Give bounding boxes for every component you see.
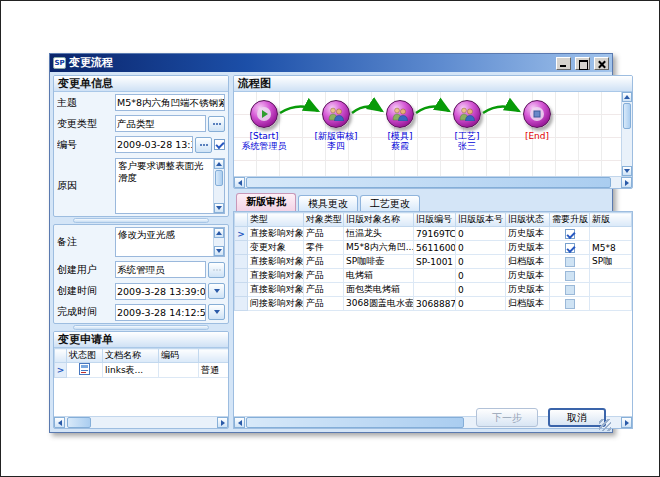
grid-cell[interactable]: 历史版本 — [506, 241, 550, 255]
grid-cell[interactable]: 变更对象 — [248, 241, 304, 255]
change-type-browse-button[interactable] — [208, 116, 225, 132]
grid-column-header[interactable]: 旧版编号 — [414, 213, 456, 227]
subject-input[interactable]: M5*8内六角凹端不锈钢紧固螺钉 — [115, 94, 225, 111]
maximize-button[interactable] — [575, 57, 590, 70]
scroll-right-icon[interactable] — [217, 417, 228, 428]
table-row[interactable]: 间接影响对象产品3068圆盖电水壶30688870归档版本 — [235, 297, 632, 311]
grid-cell[interactable]: 3068圆盖电水壶 — [344, 297, 414, 311]
grid-cell[interactable]: 0 — [456, 283, 506, 297]
grid-cell[interactable]: 历史版本 — [506, 269, 550, 283]
grid-cell[interactable] — [550, 255, 590, 269]
grid-cell[interactable]: SP咖啡壶 — [344, 255, 414, 269]
upgrade-checkbox[interactable] — [565, 243, 575, 253]
number-browse-button[interactable] — [195, 137, 212, 153]
request-cell[interactable]: links表... — [103, 363, 159, 378]
table-row[interactable]: >直接影响对象产品恒温龙头79169TC0历史版本 — [235, 227, 632, 241]
reason-textarea[interactable]: 客户要求调整表面光滑度 — [115, 158, 225, 214]
remark-textarea[interactable]: 修改为亚光感 — [115, 227, 225, 257]
close-button[interactable] — [594, 57, 609, 70]
grid-cell[interactable] — [590, 297, 632, 311]
scroll-thumb[interactable] — [623, 103, 631, 129]
grid-cell[interactable]: 直接影响对象 — [248, 269, 304, 283]
grid-cell[interactable]: SP咖 — [590, 255, 632, 269]
flow-node-start[interactable] — [250, 100, 278, 128]
request-column-header[interactable]: 编码 — [159, 349, 199, 363]
scroll-left-icon[interactable] — [234, 177, 245, 188]
horizontal-splitter[interactable] — [73, 325, 209, 330]
table-row[interactable]: 直接影响对象产品电烤箱0历史版本 — [235, 269, 632, 283]
create-time-dropdown-icon[interactable] — [208, 283, 225, 299]
grid-cell[interactable]: 归档版本 — [506, 297, 550, 311]
upgrade-checkbox[interactable] — [565, 257, 575, 267]
tab-1[interactable]: 新版审批 — [236, 193, 296, 211]
title-bar[interactable]: SP 变更流程 — [50, 54, 612, 72]
grid-column-header[interactable]: 旧版状态 — [506, 213, 550, 227]
create-time-input[interactable]: 2009-3-28 13:39:01 — [115, 283, 206, 300]
grid-cell[interactable]: 产品 — [304, 255, 344, 269]
grid-cell[interactable]: 产品 — [304, 269, 344, 283]
grid-cell[interactable]: 0 — [456, 297, 506, 311]
grid-cell[interactable]: 直接影响对象 — [248, 227, 304, 241]
grid-cell[interactable]: 3068887 — [414, 297, 456, 311]
table-row[interactable]: 变更对象零件M5*8内六角凹...56116000历史版本M5*8 — [235, 241, 632, 255]
table-row[interactable]: >links表...普通 — [55, 363, 229, 378]
table-row[interactable]: 直接影响对象产品SP咖啡壶SP-10010归档版本SP咖 — [235, 255, 632, 269]
grid-column-header[interactable]: 对象类型 — [304, 213, 344, 227]
upgrade-checkbox[interactable] — [565, 299, 575, 309]
request-column-header[interactable]: 文档名称 — [103, 349, 159, 363]
grid-cell[interactable]: 历史版本 — [506, 283, 550, 297]
tab-2[interactable]: 模具更改 — [298, 195, 358, 211]
tab-3[interactable]: 工艺更改 — [360, 195, 420, 211]
flow-node-task-1[interactable] — [322, 100, 350, 128]
scroll-left-icon[interactable] — [234, 417, 245, 428]
number-input[interactable]: 2009-03-28 13:39:01 — [115, 136, 193, 153]
grid-cell[interactable] — [550, 269, 590, 283]
grid-cell[interactable]: 面包类电烤箱 — [344, 283, 414, 297]
finish-time-dropdown-icon[interactable] — [208, 304, 225, 320]
flow-hscrollbar[interactable] — [234, 176, 632, 188]
scroll-right-icon[interactable] — [621, 417, 632, 428]
number-checkbox[interactable] — [214, 139, 225, 150]
scroll-down-icon[interactable] — [214, 203, 224, 213]
grid-cell[interactable]: 恒温龙头 — [344, 227, 414, 241]
grid-column-header[interactable]: 需要升版 — [550, 213, 590, 227]
grid-cell[interactable] — [414, 269, 456, 283]
finish-time-input[interactable]: 2009-3-28 14:12:50 — [115, 304, 206, 321]
grid-cell[interactable]: 产品 — [304, 227, 344, 241]
flow-vscrollbar[interactable] — [621, 92, 632, 176]
request-column-header[interactable]: 状态图 — [67, 349, 103, 363]
grid-cell[interactable] — [590, 283, 632, 297]
grid-column-header[interactable]: 旧版版本号 — [456, 213, 506, 227]
grid-column-header[interactable]: 类型 — [248, 213, 304, 227]
change-type-input[interactable]: 产品类型 — [115, 115, 206, 132]
request-cell[interactable] — [159, 363, 199, 378]
creator-browse-button[interactable] — [208, 262, 225, 278]
flow-canvas[interactable]: [Start]系统管理员[新版审核]李四[模具]蔡霞[工艺]张三[End] — [234, 92, 621, 176]
request-column-header[interactable] — [199, 349, 229, 363]
grid-cell[interactable]: 0 — [456, 255, 506, 269]
spin-down-icon[interactable] — [214, 246, 224, 256]
creator-input[interactable]: 系统管理员 — [115, 261, 206, 278]
scroll-thumb[interactable] — [246, 417, 464, 428]
grid-cell[interactable] — [550, 241, 590, 255]
request-hscrollbar[interactable] — [54, 416, 228, 428]
scroll-down-icon[interactable] — [622, 166, 632, 176]
scroll-left-icon[interactable] — [54, 417, 65, 428]
grid-cell[interactable]: SP-1001 — [414, 255, 456, 269]
minimize-button[interactable] — [556, 57, 571, 70]
scroll-thumb[interactable] — [67, 417, 91, 428]
grid-cell[interactable]: 直接影响对象 — [248, 283, 304, 297]
grid-cell[interactable]: 归档版本 — [506, 255, 550, 269]
grid-cell[interactable] — [590, 269, 632, 283]
grid-cell[interactable]: M5*8内六角凹... — [344, 241, 414, 255]
grid-cell[interactable]: 0 — [456, 241, 506, 255]
grid-cell[interactable]: M5*8 — [590, 241, 632, 255]
grid-cell[interactable]: 间接影响对象 — [248, 297, 304, 311]
grid-cell[interactable]: 0 — [456, 269, 506, 283]
spin-up-icon[interactable] — [214, 228, 224, 238]
request-cell[interactable]: 普通 — [199, 363, 229, 378]
flow-node-task-3[interactable] — [453, 100, 481, 128]
grid-cell[interactable]: 79169TC — [414, 227, 456, 241]
remark-spinner[interactable] — [213, 228, 224, 256]
next-button[interactable]: 下一步 — [476, 408, 538, 427]
